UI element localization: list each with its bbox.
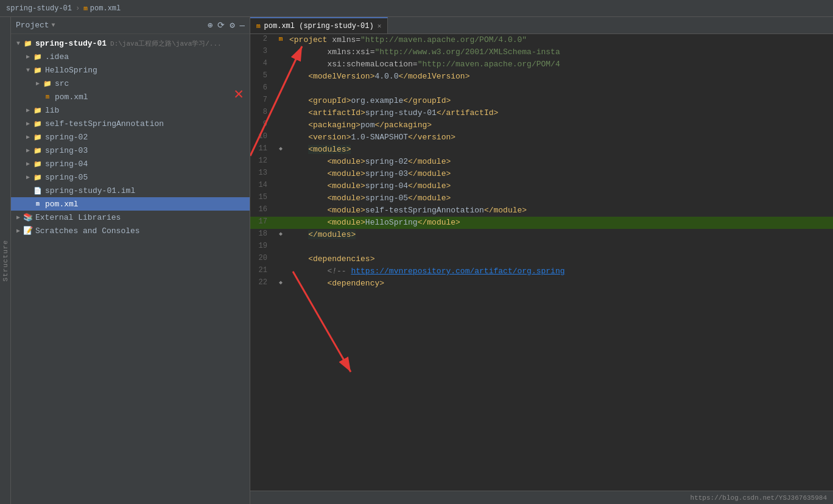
tree-arrow xyxy=(23,65,33,75)
tree-label: HelloSpring xyxy=(45,66,97,75)
sidebar-item-iml[interactable]: 📄 spring-study-01.iml xyxy=(11,184,250,197)
line-gutter xyxy=(275,95,287,107)
sidebar-title-text: Project xyxy=(16,21,49,30)
line-code: xsi:schemaLocation="http://maven.apache.… xyxy=(287,58,833,71)
gear-icon[interactable]: ⚙ xyxy=(230,20,234,30)
tree-arrow xyxy=(23,119,33,128)
line-gutter: m xyxy=(275,34,287,46)
sidebar-item-lib[interactable]: 📁 lib xyxy=(11,103,250,117)
tree-path: D:\java工程师之路\java学习/... xyxy=(110,39,222,48)
status-url: https://blog.csdn.net/YSJ367635984 xyxy=(691,494,827,502)
editor: m pom.xml (spring-study-01) ✕ xyxy=(250,17,833,504)
minimize-icon[interactable]: — xyxy=(240,21,245,30)
line-gutter xyxy=(275,168,287,180)
tree-label: External Libraries xyxy=(35,213,121,222)
sidebar: Project ▼ ⊕ ⟳ ⚙ — 📁 spring-study-01 D:\j… xyxy=(11,17,250,504)
line-code xyxy=(287,241,833,253)
line-number: 2 xyxy=(250,34,275,46)
sidebar-item-spring-03[interactable]: 📁 spring-03 xyxy=(11,144,250,157)
sidebar-item-self-test[interactable]: 📁 self-testSpringAnnotation xyxy=(11,117,250,130)
folder-icon: 📁 xyxy=(33,132,43,142)
tree-label: spring-04 xyxy=(45,159,88,169)
line-code: <module>spring-03</module> xyxy=(287,168,833,180)
add-icon[interactable]: ⊕ xyxy=(208,20,213,30)
line-gutter: ◆ xyxy=(275,144,287,156)
tree-arrow xyxy=(23,159,33,169)
sidebar-item-spring-05[interactable]: 📁 spring-05 xyxy=(11,170,250,184)
fold-icon[interactable]: ◆ xyxy=(279,145,283,152)
sidebar-item-spring-study-01[interactable]: 📁 spring-study-01 D:\java工程师之路\java学习/..… xyxy=(11,37,250,50)
line-number: 3 xyxy=(250,46,275,58)
sidebar-item-spring-02[interactable]: 📁 spring-02 xyxy=(11,130,250,144)
iml-icon: 📄 xyxy=(33,186,43,195)
breadcrumb-sep: › xyxy=(76,4,80,13)
line-number: 11 xyxy=(250,144,275,156)
line-gutter xyxy=(275,253,287,265)
line-number: 22 xyxy=(250,278,275,290)
main-container: Structure Project ▼ ⊕ ⟳ ⚙ — 📁 spring-stu… xyxy=(0,17,833,504)
fold-icon[interactable]: ◆ xyxy=(279,279,283,286)
sidebar-item-src[interactable]: 📁 src xyxy=(11,77,250,90)
sidebar-item-scratches[interactable]: 📝 Scratches and Consoles xyxy=(11,224,250,237)
tree-arrow xyxy=(23,105,33,115)
table-row: 19 xyxy=(250,241,833,253)
sidebar-item-spring-04[interactable]: 📁 spring-04 xyxy=(11,157,250,170)
table-row: 8 <artifactId>spring-study-01</artifactI… xyxy=(250,107,833,119)
line-gutter xyxy=(275,192,287,205)
line-gutter xyxy=(275,205,287,217)
sidebar-item-pom-hello[interactable]: m pom.xml ✕ xyxy=(11,90,250,103)
tree-label: src xyxy=(55,79,69,88)
table-row: 16 <module>self-testSpringAnnotation</mo… xyxy=(250,205,833,217)
tree-arrow xyxy=(23,172,33,182)
folder-icon: 📁 xyxy=(33,65,43,75)
line-code: <module>spring-04</module> xyxy=(287,180,833,192)
sidebar-dropdown-icon[interactable]: ▼ xyxy=(52,22,55,29)
line-code: <project xmlns="http://maven.apache.org/… xyxy=(287,34,833,46)
tree-label: pom.xml xyxy=(55,93,88,102)
sidebar-item-hellospring[interactable]: 📁 HelloSpring xyxy=(11,63,250,77)
tree-label: spring-02 xyxy=(45,133,88,142)
tree-arrow xyxy=(23,132,33,142)
line-gutter: ◆ xyxy=(275,278,287,290)
title-bar: spring-study-01 › m pom.xml xyxy=(0,0,833,17)
line-gutter: ◆ xyxy=(275,229,287,241)
sidebar-item-idea[interactable]: 📁 .idea xyxy=(11,50,250,63)
tab-close-button[interactable]: ✕ xyxy=(378,22,382,30)
structure-tab[interactable]: Structure xyxy=(0,17,11,504)
sync-icon[interactable]: ⟳ xyxy=(217,20,225,30)
fold-icon[interactable]: ◆ xyxy=(279,231,283,237)
table-row: 7 <groupId>org.example</groupId> xyxy=(250,95,833,107)
line-number: 8 xyxy=(250,107,275,119)
tree-label: .idea xyxy=(45,52,69,61)
sidebar-item-external-libs[interactable]: 📚 External Libraries xyxy=(11,211,250,224)
line-number: 19 xyxy=(250,241,275,253)
tab-pom-xml[interactable]: m pom.xml (spring-study-01) ✕ xyxy=(250,17,388,33)
tree-arrow xyxy=(33,79,43,88)
sidebar-tree: 📁 spring-study-01 D:\java工程师之路\java学习/..… xyxy=(11,34,250,504)
code-editor[interactable]: 2 m <project xmlns="http://maven.apache.… xyxy=(250,34,833,491)
sidebar-item-pom-root[interactable]: m pom.xml xyxy=(11,197,250,211)
line-code: <module>spring-05</module> xyxy=(287,192,833,205)
line-number: 18 xyxy=(250,229,275,241)
line-gutter xyxy=(275,107,287,119)
sidebar-actions: ⊕ ⟳ ⚙ — xyxy=(208,20,245,30)
folder-icon: 📁 xyxy=(43,79,52,88)
line-number: 12 xyxy=(250,156,275,168)
line-number: 5 xyxy=(250,71,275,83)
line-number: 10 xyxy=(250,131,275,144)
table-row: 9 <packaging>pom</packaging> xyxy=(250,119,833,131)
table-row: 14 <module>spring-04</module> xyxy=(250,180,833,192)
tree-arrow xyxy=(13,212,23,222)
sidebar-header: Project ▼ ⊕ ⟳ ⚙ — xyxy=(11,17,250,34)
tree-label: pom.xml xyxy=(45,200,79,209)
line-gutter xyxy=(275,156,287,168)
table-row: 2 m <project xmlns="http://maven.apache.… xyxy=(250,34,833,46)
line-gutter xyxy=(275,265,287,278)
tree-label: self-testSpringAnnotation xyxy=(45,119,164,128)
tree-label: lib xyxy=(45,106,59,115)
line-code: <modules> xyxy=(287,144,833,156)
line-number: 13 xyxy=(250,168,275,180)
line-number: 6 xyxy=(250,83,275,95)
table-row: 6 xyxy=(250,83,833,95)
table-row: 17 <module>HelloSpring</module> xyxy=(250,217,833,229)
